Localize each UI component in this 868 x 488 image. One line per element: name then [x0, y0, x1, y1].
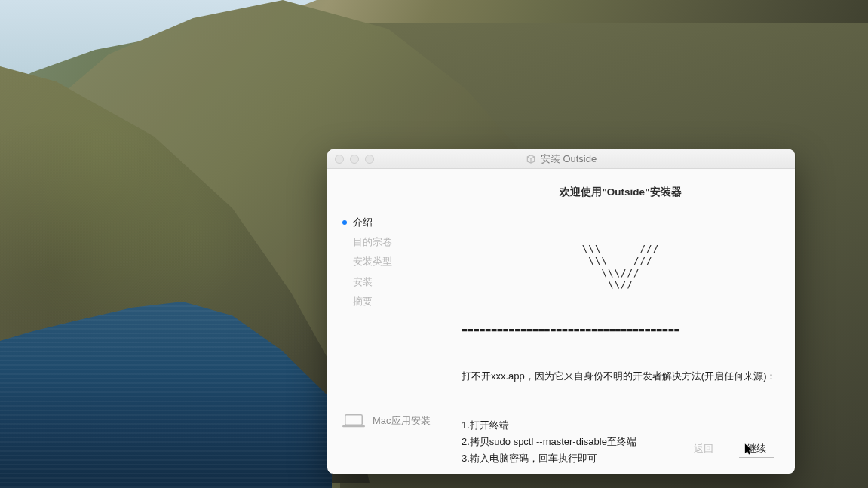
installer-sidebar: 介绍目的宗卷安装类型安装摘要 Mac应用安装: [342, 181, 448, 439]
sidebar-step: 介绍: [342, 213, 448, 232]
step-bullet-icon: [342, 299, 347, 304]
sidebar-step-label: 目的宗卷: [353, 235, 392, 249]
ascii-art: \\\ /// \\\ /// \\\/// \\//: [462, 243, 780, 290]
zoom-icon[interactable]: [365, 155, 374, 164]
back-button: 返回: [694, 442, 713, 456]
package-icon: [526, 154, 536, 164]
step-bullet-icon: [342, 240, 347, 244]
installer-heading: 欢迎使用"Outside"安装器: [462, 186, 780, 199]
sidebar-step-label: 安装: [353, 275, 373, 289]
sidebar-step-label: 安装类型: [353, 255, 392, 269]
laptop-icon: [342, 413, 365, 428]
close-icon[interactable]: [335, 155, 344, 164]
sidebar-footer-label: Mac应用安装: [373, 414, 431, 428]
traffic-lights: [327, 155, 374, 164]
installer-window: 安装 Outside 介绍目的宗卷安装类型安装摘要 Mac应用安装 欢迎使用"O…: [327, 149, 795, 474]
continue-button[interactable]: 继续: [739, 442, 774, 458]
installer-footer: 返回 继续: [327, 439, 795, 474]
minimize-icon[interactable]: [350, 155, 359, 164]
step-bullet-icon: [342, 259, 347, 264]
window-title: 安装 Outside: [541, 152, 597, 166]
step-bullet-icon: [342, 280, 347, 284]
installer-content: \\\ /// \\\ /// \\\/// \\// ============…: [462, 213, 780, 474]
sidebar-step: 安装: [342, 272, 448, 292]
desktop-wallpaper: 安装 Outside 介绍目的宗卷安装类型安装摘要 Mac应用安装 欢迎使用"O…: [0, 0, 868, 488]
divider: =====================================: [462, 322, 780, 337]
sidebar-footer: Mac应用安装: [342, 413, 448, 439]
svg-rect-1: [342, 425, 365, 427]
sidebar-step: 摘要: [342, 292, 448, 312]
sidebar-step: 安装类型: [342, 252, 448, 272]
sidebar-step-label: 摘要: [353, 295, 373, 308]
sidebar-step-label: 介绍: [353, 216, 373, 229]
step-bullet-icon: [342, 220, 347, 225]
intro-text: 打不开xxx.app，因为它来自身份不明的开发者解决方法(开启任何来源)：: [462, 369, 780, 384]
step-line: 1.打开终端: [462, 418, 780, 433]
window-titlebar[interactable]: 安装 Outside: [327, 149, 795, 169]
continue-label: 继续: [747, 443, 766, 454]
sidebar-step: 目的宗卷: [342, 232, 448, 252]
svg-rect-0: [345, 415, 363, 425]
